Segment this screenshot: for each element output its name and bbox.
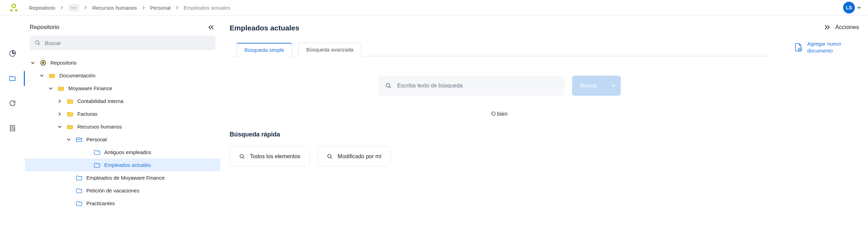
tree-item[interactable]: Documentación xyxy=(25,69,220,82)
folder-open-icon xyxy=(66,124,74,130)
folder-blue-icon xyxy=(75,137,83,142)
folder-tree: Repositorio Documentación Moyaware Finan… xyxy=(25,55,220,210)
rail-sync[interactable] xyxy=(6,96,19,110)
quick-chip-all[interactable]: Todos los elementos xyxy=(230,146,310,167)
avatar[interactable]: LS xyxy=(843,2,855,13)
search-button-dropdown[interactable] xyxy=(606,76,621,96)
tree-label: Contabilidad interna xyxy=(77,98,123,104)
search-tabs: Búsqueda simple Búsqueda avanzada xyxy=(230,42,769,56)
tree-item-active[interactable]: Empleados actuales xyxy=(25,159,220,171)
quick-search-title: Búsqueda rápida xyxy=(230,131,769,138)
tree-item[interactable]: Practicantes xyxy=(25,197,220,210)
breadcrumb-root[interactable]: Repositorio xyxy=(29,5,55,11)
chevron-down-icon[interactable] xyxy=(30,61,36,65)
sidebar: Repositorio Repositorio xyxy=(25,16,221,228)
add-document-icon xyxy=(794,43,802,52)
rail-repository[interactable] xyxy=(6,72,19,85)
search-icon xyxy=(327,153,333,160)
tree-label: Repositorio xyxy=(50,60,77,66)
sidebar-search-input[interactable] xyxy=(45,40,211,46)
tree-label: Empleados de Moyaware Finance xyxy=(86,175,165,181)
quick-chip-mine[interactable]: Modificado por mí xyxy=(317,146,391,167)
main-search[interactable] xyxy=(378,76,565,96)
actions-title: Acciones xyxy=(835,24,859,31)
folder-icon xyxy=(66,111,74,117)
search-button[interactable]: Buscar xyxy=(572,76,606,96)
tree-label: Documentación xyxy=(59,73,95,78)
tree-label: Antiguos empleados xyxy=(104,149,151,155)
app-logo[interactable] xyxy=(8,2,19,13)
tree-root[interactable]: Repositorio xyxy=(25,56,220,69)
folder-outline-icon xyxy=(93,162,101,168)
search-icon xyxy=(239,153,245,160)
rail-dashboard[interactable] xyxy=(6,47,19,60)
content: Empleados actuales Búsqueda simple Búsqu… xyxy=(221,16,778,228)
svg-point-7 xyxy=(42,62,44,64)
tree-label: Petición de vacaciones xyxy=(86,188,139,193)
tree-label: Personal xyxy=(86,136,107,142)
breadcrumb-item[interactable]: Personal xyxy=(150,5,171,11)
tree-label: Facturas xyxy=(77,111,97,117)
folder-outline-icon xyxy=(93,150,101,155)
folder-icon xyxy=(66,98,74,104)
page-title: Empleados actuales xyxy=(230,24,299,32)
breadcrumb-item[interactable]: Recursos humanos xyxy=(92,5,137,11)
svg-point-1 xyxy=(13,5,15,7)
breadcrumb-ellipsis[interactable]: ··· xyxy=(68,4,79,11)
chevron-down-icon[interactable] xyxy=(39,74,45,78)
folder-open-icon xyxy=(48,73,56,78)
chevron-down-icon[interactable] xyxy=(66,137,72,142)
chevron-right-icon[interactable] xyxy=(57,112,63,116)
tree-item[interactable]: Moyaware Finance xyxy=(25,82,220,95)
tree-item[interactable]: Contabilidad interna xyxy=(25,95,220,107)
svg-point-3 xyxy=(15,9,18,12)
add-document-action[interactable]: Agregar nuevo documento xyxy=(794,40,859,54)
tree-item[interactable]: Recursos humanos xyxy=(25,120,220,133)
search-button-group: Buscar xyxy=(572,76,621,96)
sidebar-title: Repositorio xyxy=(30,24,59,31)
main-search-input[interactable] xyxy=(397,83,558,89)
tree-item[interactable]: Facturas xyxy=(25,107,220,120)
folder-outline-icon xyxy=(75,188,83,193)
chevron-right-icon[interactable] xyxy=(57,99,63,103)
tree-item[interactable]: Personal xyxy=(25,133,220,146)
sidebar-search[interactable] xyxy=(30,36,215,50)
chevron-down-icon[interactable] xyxy=(48,86,54,91)
chevron-right-icon xyxy=(84,6,87,9)
breadcrumb-current: Empleados actuales xyxy=(184,5,230,11)
folder-outline-icon xyxy=(75,175,83,181)
repo-root-icon xyxy=(39,60,47,66)
chip-label: Modificado por mí xyxy=(338,153,382,160)
folder-open-icon xyxy=(57,86,65,91)
expand-actions-icon[interactable] xyxy=(824,25,830,30)
chevron-down-icon[interactable] xyxy=(57,125,63,129)
svg-point-2 xyxy=(10,9,13,12)
or-divider: O bien xyxy=(230,111,769,117)
tree-item[interactable]: Antiguos empleados xyxy=(25,146,220,159)
tree-label: Recursos humanos xyxy=(77,124,122,130)
rail-tasks[interactable] xyxy=(6,121,19,135)
chip-label: Todos los elementos xyxy=(250,153,300,160)
tree-item[interactable]: Empleados de Moyaware Finance xyxy=(25,171,220,184)
tree-label: Moyaware Finance xyxy=(68,85,112,91)
collapse-sidebar-button[interactable] xyxy=(208,25,214,30)
tab-simple-search[interactable]: Búsqueda simple xyxy=(237,43,292,56)
tree-label: Empleados actuales xyxy=(104,162,151,168)
chevron-right-icon xyxy=(60,6,64,9)
search-icon xyxy=(35,40,41,46)
tree-label: Practicantes xyxy=(86,200,115,206)
add-document-label: Agregar nuevo documento xyxy=(807,40,859,54)
folder-outline-icon xyxy=(75,201,83,206)
avatar-menu-caret[interactable] xyxy=(857,6,861,10)
chevron-right-icon xyxy=(142,6,145,9)
actions-panel: Acciones Agregar nuevo documento xyxy=(778,16,868,228)
tab-advanced-search[interactable]: Búsqueda avanzada xyxy=(298,43,361,56)
breadcrumb: Repositorio ··· Recursos humanos Persona… xyxy=(29,4,230,11)
nav-rail xyxy=(0,16,25,228)
chevron-right-icon xyxy=(175,6,179,9)
tree-item[interactable]: Petición de vacaciones xyxy=(25,184,220,197)
search-icon xyxy=(385,82,392,89)
